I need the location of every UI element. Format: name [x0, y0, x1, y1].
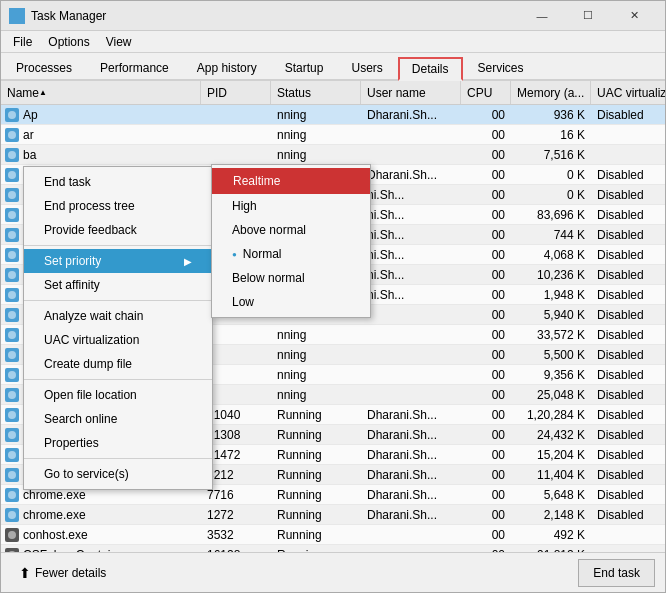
ctx-analyze-wait-chain[interactable]: Analyze wait chain: [24, 304, 212, 328]
td-cpu: 00: [461, 165, 511, 184]
td-user: [361, 125, 461, 144]
ctx-set-priority-label: Set priority: [44, 254, 101, 268]
menu-view[interactable]: View: [98, 31, 140, 53]
td-name: conhost.exe: [1, 525, 201, 544]
col-status[interactable]: Status: [271, 81, 361, 104]
sub-below-normal[interactable]: Below normal: [212, 266, 370, 290]
td-cpu: 00: [461, 185, 511, 204]
td-uac: [591, 125, 665, 144]
td-memory: 11,404 K: [511, 465, 591, 484]
td-uac: [591, 145, 665, 164]
process-icon: [5, 128, 19, 142]
col-cpu[interactable]: CPU: [461, 81, 511, 104]
td-name: ar: [1, 125, 201, 144]
ctx-uac-virtualization[interactable]: UAC virtualization: [24, 328, 212, 352]
td-user: Dharani.Sh...: [361, 485, 461, 504]
tab-services[interactable]: Services: [465, 55, 537, 79]
col-name[interactable]: Name: [1, 81, 201, 104]
minimize-button[interactable]: —: [519, 1, 565, 31]
table-row[interactable]: ar nning 00 16 K: [1, 125, 665, 145]
td-status: Running: [271, 465, 361, 484]
table-header: Name PID Status User name CPU Memory (a.…: [1, 81, 665, 105]
process-icon: [5, 288, 19, 302]
td-memory: 7,516 K: [511, 145, 591, 164]
content-area: Name PID Status User name CPU Memory (a.…: [1, 81, 665, 552]
end-task-button[interactable]: End task: [578, 559, 655, 587]
menu-options[interactable]: Options: [40, 31, 97, 53]
sub-normal[interactable]: Normal: [212, 242, 370, 266]
td-pid: 3532: [201, 525, 271, 544]
td-name: Ap: [1, 105, 201, 124]
svg-point-6: [8, 151, 16, 159]
ctx-set-priority[interactable]: Set priority ▶: [24, 249, 212, 273]
tab-users[interactable]: Users: [338, 55, 395, 79]
ctx-end-process-tree[interactable]: End process tree: [24, 194, 212, 218]
td-pid: 1272: [201, 505, 271, 524]
ctx-properties[interactable]: Properties: [24, 431, 212, 455]
tab-startup[interactable]: Startup: [272, 55, 337, 79]
tab-details[interactable]: Details: [398, 57, 463, 81]
td-uac: Disabled: [591, 185, 665, 204]
tab-app-history[interactable]: App history: [184, 55, 270, 79]
ctx-end-task[interactable]: End task: [24, 170, 212, 194]
td-cpu: 00: [461, 405, 511, 424]
close-button[interactable]: ✕: [611, 1, 657, 31]
td-status: Running: [271, 425, 361, 444]
svg-point-24: [8, 511, 16, 519]
process-icon: [5, 408, 19, 422]
svg-point-25: [8, 531, 16, 539]
col-uac[interactable]: UAC virtualiza...: [591, 81, 665, 104]
chevron-up-icon: ⬆: [19, 565, 31, 581]
td-status: nning: [271, 385, 361, 404]
td-uac: Disabled: [591, 285, 665, 304]
ctx-create-dump-file[interactable]: Create dump file: [24, 352, 212, 376]
td-uac: Disabled: [591, 425, 665, 444]
process-icon: [5, 448, 19, 462]
ctx-open-file-location[interactable]: Open file location: [24, 383, 212, 407]
table-row[interactable]: chrome.exe 1272 Running Dharani.Sh... 00…: [1, 505, 665, 525]
ctx-set-affinity[interactable]: Set affinity: [24, 273, 212, 297]
col-pid[interactable]: PID: [201, 81, 271, 104]
tab-processes[interactable]: Processes: [3, 55, 85, 79]
col-username[interactable]: User name: [361, 81, 461, 104]
td-memory: 16 K: [511, 125, 591, 144]
td-uac: Disabled: [591, 365, 665, 384]
svg-point-16: [8, 351, 16, 359]
ctx-provide-feedback[interactable]: Provide feedback: [24, 218, 212, 242]
td-cpu: 00: [461, 465, 511, 484]
maximize-button[interactable]: ☐: [565, 1, 611, 31]
td-status: nning: [271, 105, 361, 124]
fewer-details-button[interactable]: ⬆ Fewer details: [11, 561, 114, 585]
tab-performance[interactable]: Performance: [87, 55, 182, 79]
svg-point-18: [8, 391, 16, 399]
td-memory: 1,948 K: [511, 285, 591, 304]
window-controls: — ☐ ✕: [519, 1, 657, 31]
td-user: [361, 365, 461, 384]
table-row[interactable]: ba nning 00 7,516 K: [1, 145, 665, 165]
ctx-go-to-service[interactable]: Go to service(s): [24, 462, 212, 486]
td-uac: Disabled: [591, 325, 665, 344]
td-cpu: 00: [461, 265, 511, 284]
table-row[interactable]: Ap nning Dharani.Sh... 00 936 K Disabled: [1, 105, 665, 125]
td-user: Dharani.Sh...: [361, 425, 461, 444]
td-uac: Disabled: [591, 265, 665, 284]
td-user: [361, 525, 461, 544]
ctx-search-online[interactable]: Search online: [24, 407, 212, 431]
table-row[interactable]: CSFalconContainer.e 16128 Running 00 91,…: [1, 545, 665, 552]
td-memory: 0 K: [511, 165, 591, 184]
td-user: Dharani.Sh...: [361, 445, 461, 464]
svg-point-21: [8, 451, 16, 459]
sub-realtime[interactable]: Realtime: [212, 168, 370, 194]
td-user: ni.Sh...: [361, 245, 461, 264]
sub-above-normal[interactable]: Above normal: [212, 218, 370, 242]
td-memory: 33,572 K: [511, 325, 591, 344]
sub-high[interactable]: High: [212, 194, 370, 218]
td-uac: Disabled: [591, 445, 665, 464]
col-memory[interactable]: Memory (a...: [511, 81, 591, 104]
sub-low[interactable]: Low: [212, 290, 370, 314]
td-pid: 16128: [201, 545, 271, 552]
separator-1: [24, 245, 212, 246]
table-row[interactable]: conhost.exe 3532 Running 00 492 K: [1, 525, 665, 545]
td-memory: 15,204 K: [511, 445, 591, 464]
menu-file[interactable]: File: [5, 31, 40, 53]
